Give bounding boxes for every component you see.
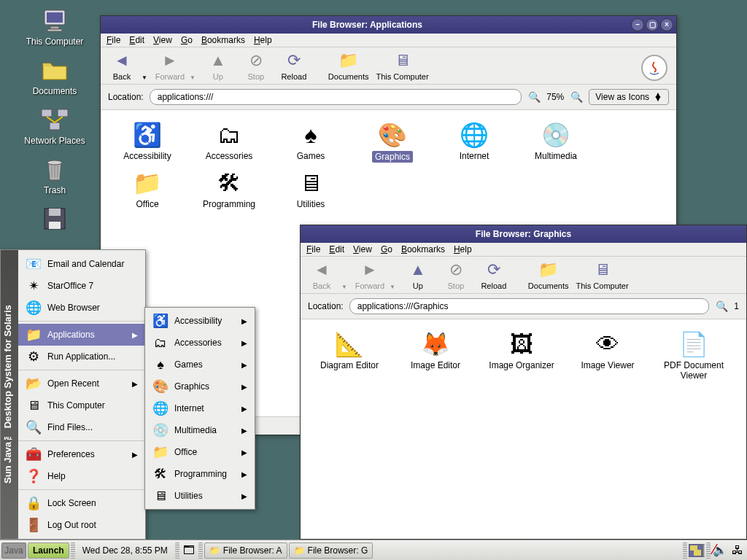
reload-button[interactable]: ⟳Reload [279,50,309,81]
menu-help[interactable]: Help [454,244,472,254]
launch-menu-item[interactable]: ✴StarOffice 7 [18,275,145,297]
folder-item[interactable]: 🖥Utilities [270,166,352,212]
java-corner-icon[interactable]: Java [1,542,26,559]
desktop-icon-trash[interactable]: Trash [18,155,91,195]
folder-item[interactable]: 🖼Image Organizer [479,327,565,384]
volume-icon[interactable]: 🔈⁄ [712,542,728,559]
launch-menu-item[interactable]: 🧰Preferences▶ [18,443,145,465]
menu-view[interactable]: View [153,35,172,45]
back-dropdown[interactable]: ▼ [142,74,147,81]
up-button[interactable]: ▲Up [403,260,433,290]
folder-item[interactable]: 👁Image Viewer [565,327,651,384]
submenu-item[interactable]: 🎨Graphics▶ [145,376,255,397]
launch-menu-item[interactable]: 🌐Web Browser [18,297,145,319]
applications-submenu[interactable]: ♿Accessibility▶🗂Accessories▶♠Games▶🎨Grap… [144,307,255,510]
desktop-icon-this-computer[interactable]: This Computer [18,6,91,47]
this-computer-button[interactable]: 🖥This Computer [576,260,628,290]
taskbar-item-graphics[interactable]: 📁File Browser: G [289,542,374,559]
taskbar-item-applications[interactable]: 📁File Browser: A [204,542,287,559]
panel-clock[interactable]: Wed Dec 28, 8:55 PM [77,545,174,556]
up-button[interactable]: ▲Up [203,50,233,81]
desktop-icon-documents[interactable]: Documents [18,55,91,96]
launch-menu-item[interactable]: 🚪Log Out root [18,514,145,536]
show-desktop-button[interactable]: 🗔 [181,542,197,559]
workspace-switcher[interactable] [689,542,705,559]
menu-file[interactable]: File [107,35,120,45]
folder-item[interactable]: 🦊Image Editor [392,327,479,384]
submenu-item[interactable]: ♿Accessibility▶ [145,310,255,332]
menu-file[interactable]: File [306,244,320,254]
network-tray-icon[interactable]: 🖧 [729,542,746,559]
location-input[interactable] [349,298,710,314]
documents-button[interactable]: 📁Documents [328,50,369,81]
launch-menu-item[interactable]: ❓Help [18,465,145,487]
launch-menu-item[interactable]: 📧Email and Calendar [18,253,145,275]
stop-button[interactable]: ⊘Stop [241,50,271,81]
forward-button[interactable]: ►Forward [155,50,185,81]
maximize-button[interactable]: ▢ [646,18,659,31]
menu-edit[interactable]: Edit [329,244,344,254]
back-dropdown[interactable]: ▼ [341,284,347,290]
zoom-out-button[interactable]: 🔍 [527,90,541,104]
zoom-in-button[interactable]: 🔍 [570,90,583,104]
submenu-item[interactable]: 📁Office▶ [145,441,255,463]
this-computer-button[interactable]: 🖥This Computer [376,50,428,81]
panel-handle[interactable] [71,542,75,559]
titlebar[interactable]: File Browser: Graphics [301,225,746,243]
folder-item[interactable]: 🛠Programming [188,166,270,212]
desktop-icon-network-places[interactable]: Network Places [18,105,91,146]
back-button[interactable]: ◄Back [306,260,337,290]
stop-button[interactable]: ⊘Stop [441,260,471,290]
menu-help[interactable]: Help [254,35,272,45]
launch-button[interactable]: Launch [28,542,69,559]
submenu-item[interactable]: 🗂Accessories▶ [145,332,255,354]
view-mode-select[interactable]: View as Icons ▲▼ [589,89,669,105]
folder-item[interactable]: 🎨Graphics [352,117,433,166]
minimize-button[interactable]: – [631,18,644,31]
menu-bookmarks[interactable]: Bookmarks [201,35,245,45]
panel-handle[interactable] [683,542,687,559]
location-input[interactable] [150,89,522,105]
folder-item[interactable]: 📁Office [107,166,188,212]
panel-handle[interactable] [198,542,203,559]
desktop-icon-disk[interactable] [18,204,91,235]
submenu-item[interactable]: ♠Games▶ [145,354,255,376]
submenu-item[interactable]: 🛠Programming▶ [145,463,255,485]
folder-item[interactable]: ♠Games [270,117,352,166]
icon-view[interactable]: ♿Accessibility🗂Accessories♠Games🎨Graphic… [101,110,676,219]
folder-item[interactable]: 💿Multimedia [515,117,597,166]
folder-item[interactable]: ♿Accessibility [107,117,188,166]
menu-view[interactable]: View [353,244,372,254]
documents-button[interactable]: 📁Documents [528,260,569,290]
forward-dropdown[interactable]: ▼ [190,74,196,81]
back-button[interactable]: ◄Back [107,50,137,81]
forward-dropdown[interactable]: ▼ [390,284,395,290]
submenu-item[interactable]: 💿Multimedia▶ [145,419,255,441]
folder-item[interactable]: 🌐Internet [433,117,515,166]
panel-handle[interactable] [175,542,179,559]
menu-go[interactable]: Go [381,244,392,254]
folder-item[interactable]: 📄PDF Document Viewer [651,327,737,384]
window-file-browser-graphics[interactable]: File Browser: Graphics File Edit View Go… [300,225,747,540]
icon-view[interactable]: 📐Diagram Editor🦊Image Editor🖼Image Organ… [301,319,746,391]
folder-item[interactable]: 📐Diagram Editor [306,327,392,384]
panel-handle[interactable] [706,542,711,559]
submenu-item[interactable]: 🖥Utilities▶ [145,485,255,507]
close-button[interactable]: × [660,18,673,31]
launch-menu-item[interactable]: ⚙Run Application... [18,346,145,368]
launch-menu-item[interactable]: 📂Open Recent▶ [18,373,145,394]
menu-edit[interactable]: Edit [129,35,144,45]
launch-menu-item[interactable]: 🖥This Computer [18,394,145,416]
zoom-out-button[interactable]: 🔍 [715,300,728,313]
launch-menu[interactable]: Sun Java™ Desktop System for Solaris 📧Em… [0,249,146,540]
menu-go[interactable]: Go [181,35,193,45]
menu-bookmarks[interactable]: Bookmarks [401,244,445,254]
launch-menu-item[interactable]: 🔍Find Files... [18,416,145,438]
launch-menu-item[interactable]: 📁Applications▶ [18,324,145,346]
submenu-item[interactable]: 🌐Internet▶ [145,397,255,419]
titlebar[interactable]: File Browser: Applications – ▢ × [101,16,676,34]
launch-menu-item[interactable]: 🔒Lock Screen [18,492,145,514]
reload-button[interactable]: ⟳Reload [479,260,509,290]
forward-button[interactable]: ►Forward [355,260,385,290]
folder-item[interactable]: 🗂Accessories [188,117,270,166]
